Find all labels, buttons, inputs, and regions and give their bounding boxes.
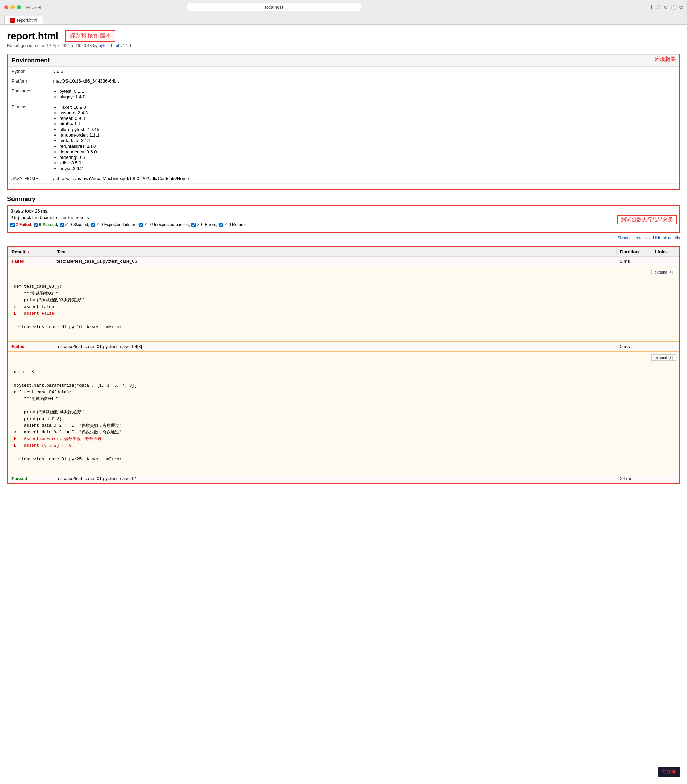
env-key-plugins: Plugins	[8, 102, 50, 174]
tab-title: report.html	[17, 18, 37, 23]
plugin-repeat: repeat: 0.9.3	[59, 116, 676, 121]
result-test-2: testcase/test_case_01.py::test_case_04[8…	[53, 342, 616, 351]
result-duration-2: 0 ms	[616, 342, 651, 351]
show-all-link[interactable]: Show all details	[618, 235, 647, 240]
plugin-faker: Faker: 18.9.0	[59, 105, 676, 110]
error-count: ✓ 0 Errors,	[197, 222, 217, 227]
tab-favicon: L	[10, 18, 15, 23]
share-icon[interactable]: ⬆	[649, 4, 654, 10]
results-header: Result ▲ Test Duration Links	[8, 247, 679, 257]
result-row-2: Failed testcase/test_case_01.py::test_ca…	[8, 342, 679, 351]
browser-chrome: ⊟ ‹ › ⊞ localhost ⬆ ☆ ⊙ 🕐 ⧉ L report.htm…	[0, 0, 687, 25]
env-key-platform: Platform	[8, 76, 50, 86]
filter-error[interactable]: ✓ 0 Errors,	[191, 222, 217, 227]
close-button[interactable]	[4, 5, 8, 10]
error-line-1: E assert False	[14, 311, 54, 316]
filter-xpassed[interactable]: ✓ 0 Unexpected passes,	[139, 222, 190, 227]
plugin-metadata: metadata: 3.1.1	[59, 138, 676, 143]
bottom-corner-text: 前端哥	[662, 769, 676, 774]
status-badge-failed-1: Failed	[12, 258, 25, 264]
package-pluggy: pluggy: 1.4.0	[59, 94, 676, 99]
history-icon[interactable]: 🕐	[671, 4, 677, 10]
filter-rerun[interactable]: ✓ 0 Reruns	[219, 222, 246, 227]
environment-title: Environment 环境相关	[8, 54, 679, 67]
filter-failed[interactable]: 2 Failed,	[10, 222, 33, 227]
error-line-2b: E assert (8 % 2) != 0	[14, 443, 72, 448]
env-row-plugins: Plugins Faker: 18.9.0 assume: 2.4.3 repe…	[8, 102, 679, 174]
env-value-packages: pytest: 8.1.1 pluggy: 1.4.0	[50, 86, 679, 102]
forward-icon[interactable]: ›	[35, 5, 36, 10]
results-table: Result ▲ Test Duration Links Failed test…	[8, 247, 679, 483]
filter-skipped[interactable]: ✓ 0 Skipped,	[59, 222, 89, 227]
env-value-python: 3.8.5	[50, 67, 679, 76]
bottom-corner: 前端哥	[658, 767, 680, 777]
result-links-1	[651, 257, 679, 266]
result-duration-3: 24 ms	[616, 474, 651, 483]
maximize-button[interactable]	[17, 5, 21, 10]
xpassed-count: ✓ 0 Unexpected passes,	[144, 222, 190, 227]
page-content: report.html 标题和 html 版本 Report generated…	[0, 25, 687, 784]
xpassed-checkbox[interactable]	[139, 223, 143, 227]
result-row-3: Passed testcase/test_case_01.py::test_ca…	[8, 474, 679, 483]
rerun-checkbox[interactable]	[219, 223, 223, 227]
plugin-xdist: xdist: 3.5.0	[59, 160, 676, 166]
sidebar-toggle-icon[interactable]: ⊟	[26, 5, 30, 10]
summary-filter-text: (Un)check the boxes to filter the result…	[10, 215, 677, 220]
error-line-2a: E AssertionError: 偶数失败，奇数通过	[14, 437, 102, 442]
xfailed-checkbox[interactable]	[90, 223, 95, 227]
env-row-platform: Platform macOS-10.16-x86_64-i386-64bit	[8, 76, 679, 86]
grid-icon[interactable]: ⊞	[37, 5, 41, 10]
download-icon[interactable]: ⊙	[664, 4, 668, 10]
code-block-2: expand [+] data = 8 @pytest.mark.paramet…	[8, 351, 679, 474]
error-checkbox[interactable]	[191, 223, 196, 227]
plugin-ordering: ordering: 0.6	[59, 155, 676, 160]
generated-line: Report generated on 12-Apr-2024 at 16:20…	[7, 43, 680, 48]
skipped-checkbox[interactable]	[59, 223, 64, 227]
window-controls: ⊟ ‹ › ⊞	[26, 5, 41, 10]
plugin-dependency: dependency: 0.6.0	[59, 149, 676, 154]
plugin-random-order: random-order: 1.1.1	[59, 132, 676, 138]
result-duration-1: 0 ms	[616, 257, 651, 266]
minimize-button[interactable]	[10, 5, 15, 10]
detail-cell-1: expand [+] def test_case_03(): """测试函数03…	[8, 266, 679, 342]
env-row-java: JAVA_HOME /Library/Java/JavaVirtualMachi…	[8, 174, 679, 184]
passed-checkbox[interactable]	[34, 223, 38, 227]
browser-tab[interactable]: L report.html	[4, 16, 43, 25]
expand-button-2[interactable]: expand [+]	[651, 354, 676, 361]
url-text: localhost	[265, 5, 283, 10]
page-header: report.html 标题和 html 版本	[7, 30, 680, 42]
env-row-packages: Packages pytest: 8.1.1 pluggy: 1.4.0	[8, 86, 679, 102]
filter-xfailed[interactable]: ✓ 0 Expected failures,	[90, 222, 137, 227]
result-links-2	[651, 342, 679, 351]
code-block-1: expand [+] def test_case_03(): """测试函数03…	[8, 266, 679, 342]
env-row-python: Python 3.8.5	[8, 67, 679, 76]
code-line: def test_case_03():	[14, 284, 62, 289]
expand-button-1[interactable]: expand [+]	[651, 269, 676, 275]
back-icon[interactable]: ‹	[31, 5, 33, 10]
traffic-lights	[4, 5, 21, 10]
summary-controls: Show all details / Hide all details	[7, 235, 680, 240]
code-line: > assert data % 2 != 0, "偶数失败，奇数通过"	[14, 430, 122, 435]
url-bar[interactable]: localhost	[187, 3, 361, 12]
hide-all-link[interactable]: Hide all details	[653, 235, 680, 240]
result-test-3: testcase/test_case_01.py::test_case_01	[53, 474, 616, 483]
tabs-icon[interactable]: ⧉	[679, 4, 683, 10]
filter-passed[interactable]: 6 Passed,	[34, 222, 58, 227]
plugin-html: html: 4.1.1	[59, 121, 676, 127]
plugin-allure: allure-pytest: 2.9.45	[59, 127, 676, 132]
summary-section: Summary 8 tests took 26 ms. (Un)check th…	[7, 196, 680, 240]
pytest-html-link[interactable]: pytest-html	[99, 43, 119, 48]
result-row-1: Failed testcase/test_case_01.py::test_ca…	[8, 257, 679, 266]
page-title: report.html	[7, 31, 59, 42]
code-line: data = 8	[14, 370, 34, 375]
filter-checkboxes: 2 Failed, 6 Passed, ✓ 0 Skipped, ✓ 0 Exp…	[10, 222, 617, 227]
bookmark-icon[interactable]: ☆	[656, 4, 661, 10]
failed-checkbox[interactable]	[10, 223, 15, 227]
environment-table: Python 3.8.5 Platform macOS-10.16-x86_64…	[8, 67, 679, 184]
failed-count: 2 Failed,	[16, 222, 33, 227]
detail-row-1: expand [+] def test_case_03(): """测试函数03…	[8, 266, 679, 342]
col-result: Result ▲	[8, 247, 53, 257]
title-annotation: 标题和 html 版本	[66, 30, 115, 42]
env-key-java: JAVA_HOME	[8, 174, 50, 184]
col-duration: Duration	[616, 247, 651, 257]
